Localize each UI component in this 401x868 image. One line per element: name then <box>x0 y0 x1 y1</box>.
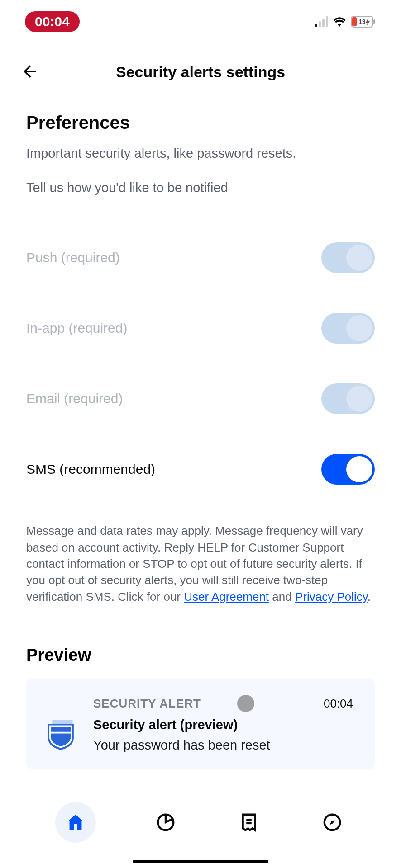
receipt-icon <box>239 812 259 833</box>
toggle-label: In-app (required) <box>26 321 127 336</box>
toggle-row-sms: SMS (recommended) <box>26 434 375 505</box>
toggle-push[interactable] <box>321 242 375 273</box>
preview-title: Preview <box>26 646 375 665</box>
bottom-nav <box>0 788 401 852</box>
nav-portfolio[interactable] <box>152 809 179 836</box>
status-icons: 13 <box>315 16 376 28</box>
preferences-title: Preferences <box>26 113 375 133</box>
toggle-label: Email (required) <box>26 391 123 406</box>
preview-top: SECURITY ALERT 00:04 <box>93 695 353 712</box>
home-indicator[interactable] <box>133 860 268 863</box>
home-icon <box>65 812 86 833</box>
toggle-list: Push (required) In-app (required) Email … <box>26 222 375 505</box>
pie-chart-icon <box>155 812 176 833</box>
svg-rect-2 <box>352 17 357 26</box>
toggle-label: SMS (recommended) <box>26 462 155 477</box>
nav-transactions[interactable] <box>235 809 263 836</box>
privacy-policy-link[interactable]: Privacy Policy <box>295 590 368 604</box>
svg-text:13: 13 <box>358 18 366 25</box>
back-button[interactable] <box>20 62 39 83</box>
preview-message: Your password has been reset <box>93 738 353 753</box>
toggle-label: Push (required) <box>26 250 120 265</box>
toggle-inapp[interactable] <box>321 313 375 344</box>
wifi-icon <box>333 16 346 27</box>
toggle-row-inapp: In-app (required) <box>26 293 375 363</box>
preview-timestamp: 00:04 <box>324 697 353 711</box>
nav-explore[interactable] <box>319 809 346 836</box>
preferences-subdesc: Tell us how you'd like to be notified <box>26 180 375 195</box>
page-title: Security alerts settings <box>20 63 381 81</box>
preview-category: SECURITY ALERT <box>93 695 254 712</box>
toggle-row-push: Push (required) <box>26 222 375 293</box>
battery-icon: 13 <box>351 16 376 28</box>
toggle-row-email: Email (required) <box>26 363 375 434</box>
user-agreement-link[interactable]: User Agreement <box>184 590 269 604</box>
preferences-desc: Important security alerts, like password… <box>26 145 375 162</box>
preview-card: SECURITY ALERT 00:04 Security alert (pre… <box>26 679 375 769</box>
preview-section: Preview SECURITY ALERT 00:04 <box>26 646 375 769</box>
content: Preferences Important security alerts, l… <box>0 90 401 769</box>
toggle-sms[interactable] <box>321 454 375 485</box>
preview-body: SECURITY ALERT 00:04 Security alert (pre… <box>93 695 353 753</box>
sms-disclaimer: Message and data rates may apply. Messag… <box>26 523 375 605</box>
page-header: Security alerts settings <box>0 36 401 90</box>
shield-icon <box>43 717 77 751</box>
compass-icon <box>322 812 343 833</box>
signal-icon <box>315 16 328 27</box>
nav-home[interactable] <box>55 802 96 843</box>
svg-rect-1 <box>373 19 375 24</box>
status-bar: 00:04 13 <box>0 0 401 36</box>
preview-dot-icon <box>237 695 254 712</box>
status-time: 00:04 <box>25 11 80 32</box>
preview-heading: Security alert (preview) <box>93 717 353 732</box>
toggle-email[interactable] <box>321 383 375 414</box>
